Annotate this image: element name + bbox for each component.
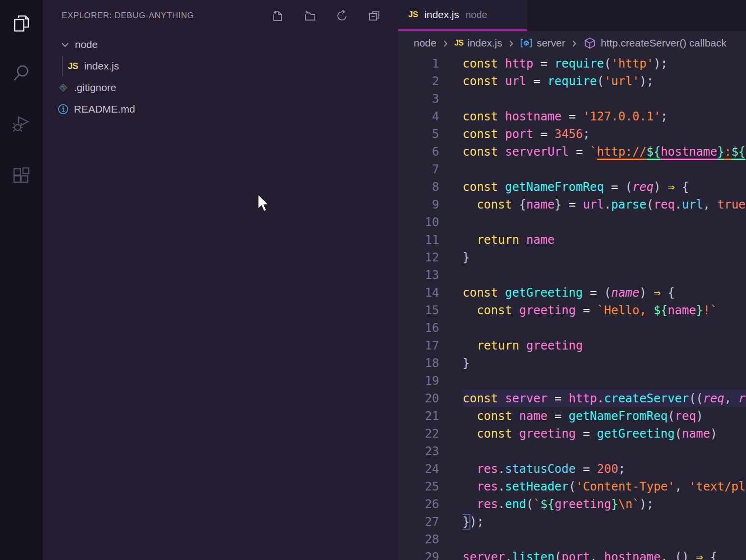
refresh-icon[interactable] — [335, 9, 349, 23]
code-token: ( — [604, 286, 611, 300]
code-token: res — [477, 497, 498, 511]
symbol-cube-icon — [583, 36, 597, 50]
code-line[interactable]: 28 — [398, 531, 746, 548]
code-line[interactable]: 7 — [398, 161, 746, 178]
code-line[interactable]: 14const getGreeting = (name) ⇒ { — [398, 284, 746, 302]
code-line[interactable]: 10 — [398, 213, 746, 231]
tab-indexjs[interactable]: JS index.js node — [398, 0, 527, 31]
breadcrumb-separator: › — [442, 35, 449, 52]
code-editor[interactable]: 1const http = require('http');2const url… — [398, 55, 746, 560]
run-debug-icon[interactable] — [12, 115, 31, 133]
code-token: parse — [611, 198, 646, 211]
extensions-icon[interactable] — [12, 167, 31, 186]
code-token: require — [555, 57, 604, 70]
code-line[interactable]: 23 — [398, 443, 746, 460]
code-line[interactable]: 19 — [398, 372, 746, 390]
code-token: 'text/pl — [689, 480, 746, 493]
code-token: req — [653, 198, 675, 211]
code-line[interactable]: 1const http = require('http'); — [398, 55, 746, 72]
js-file-icon: JS — [408, 10, 418, 20]
breadcrumb-item-createserver[interactable]: http.createServer() callback — [583, 36, 726, 50]
code-token: } — [463, 515, 469, 529]
code-line[interactable]: 17 return greeting — [398, 337, 746, 354]
code-line[interactable]: 16 — [398, 319, 746, 337]
code-token: const — [477, 409, 519, 423]
code-line[interactable]: 8const getNameFromReq = (req) ⇒ { — [398, 178, 746, 196]
new-folder-icon[interactable] — [303, 9, 317, 23]
code-line[interactable]: 3 — [398, 90, 746, 108]
code-line[interactable]: 2const url = require('url'); — [398, 72, 746, 90]
code-token: , — [703, 198, 717, 211]
code-token: ) — [696, 409, 703, 423]
line-number: 27 — [398, 513, 439, 531]
code-line-content — [463, 372, 746, 390]
code-token: server — [505, 392, 548, 405]
code-line[interactable]: 6const serverUrl = `http://${hostname}:$… — [398, 143, 746, 161]
code-token: = — [576, 462, 597, 476]
code-line-content — [463, 90, 746, 108]
code-token: http — [569, 392, 597, 405]
code-token: ; — [618, 462, 625, 476]
code-line[interactable]: 5const port = 3456; — [398, 125, 746, 143]
search-icon[interactable] — [12, 64, 31, 83]
tree-item-readme[interactable]: README.md — [43, 98, 398, 120]
breadcrumb-item-indexjs[interactable]: JS index.js — [454, 37, 502, 49]
code-token: ` — [590, 145, 597, 159]
code-token: greeting — [519, 303, 576, 317]
code-token: . — [597, 392, 604, 405]
code-token: const — [463, 392, 505, 405]
code-line[interactable]: 22 const greeting = getGreeting(name) — [398, 425, 746, 443]
code-line[interactable]: 9 const {name} = url.parse(req.url, true — [398, 196, 746, 213]
chevron-down-icon — [59, 40, 71, 49]
code-line[interactable]: 4const hostname = '127.0.0.1'; — [398, 108, 746, 125]
line-number: 5 — [398, 125, 439, 143]
code-line[interactable]: 27}); — [398, 513, 746, 531]
explorer-icon[interactable] — [12, 14, 31, 33]
new-file-icon[interactable] — [270, 9, 284, 23]
code-token: const — [477, 427, 519, 441]
code-line-content: server.listen(port, hostname, () ⇒ { — [463, 548, 746, 560]
breadcrumb-item-node[interactable]: node — [414, 37, 437, 49]
code-token: 200 — [597, 462, 618, 476]
line-number: 21 — [398, 407, 439, 425]
collapse-folders-icon[interactable] — [367, 9, 381, 23]
code-line[interactable]: 26 res.end(`${greeting}\n`); — [398, 495, 746, 513]
line-number: 14 — [398, 284, 439, 302]
code-token: ); — [469, 515, 484, 529]
code-token: ⇒ — [689, 550, 710, 560]
code-line[interactable]: 18} — [398, 354, 746, 372]
code-token — [463, 462, 477, 476]
code-line-content: const port = 3456; — [463, 125, 746, 143]
code-line[interactable]: 15 const greeting = `Hello, ${name}!` — [398, 302, 746, 319]
code-token: ( — [555, 550, 561, 560]
code-token: ( — [597, 74, 604, 88]
breadcrumb-item-server[interactable]: server — [520, 37, 565, 49]
tree-item-indexjs[interactable]: JS index.js — [43, 55, 398, 77]
code-line[interactable]: 11 return name — [398, 231, 746, 249]
code-line[interactable]: 21 const name = getNameFromReq(req) — [398, 407, 746, 425]
code-line[interactable]: 13 — [398, 266, 746, 284]
code-token: ( — [526, 497, 533, 511]
code-token: ` — [534, 497, 540, 511]
code-line[interactable]: 20const server = http.createServer((req,… — [398, 390, 746, 407]
code-token: , — [724, 392, 739, 405]
tree-item-gitignore[interactable]: .gitignore — [43, 77, 398, 98]
code-line[interactable]: 12} — [398, 249, 746, 266]
breadcrumb-label: server — [536, 37, 565, 49]
tree-item-node-folder[interactable]: node — [43, 34, 398, 55]
js-file-icon: JS — [454, 39, 464, 47]
code-token: name — [526, 198, 555, 211]
code-line[interactable]: 25 res.setHeader('Content-Type', 'text/p… — [398, 478, 746, 495]
code-line[interactable]: 29server.listen(port, hostname, () ⇒ { — [398, 548, 746, 560]
code-token: ( — [569, 480, 576, 493]
code-token: , — [590, 550, 604, 560]
code-token: = — [604, 180, 625, 194]
code-token: const — [477, 198, 519, 211]
breadcrumb-label: node — [414, 37, 437, 49]
line-number: 28 — [398, 531, 439, 548]
code-token: } — [463, 356, 469, 370]
code-token: . — [604, 198, 611, 211]
code-token: \n` — [618, 497, 639, 511]
code-token: req — [632, 180, 653, 194]
code-line[interactable]: 24 res.statusCode = 200; — [398, 460, 746, 478]
